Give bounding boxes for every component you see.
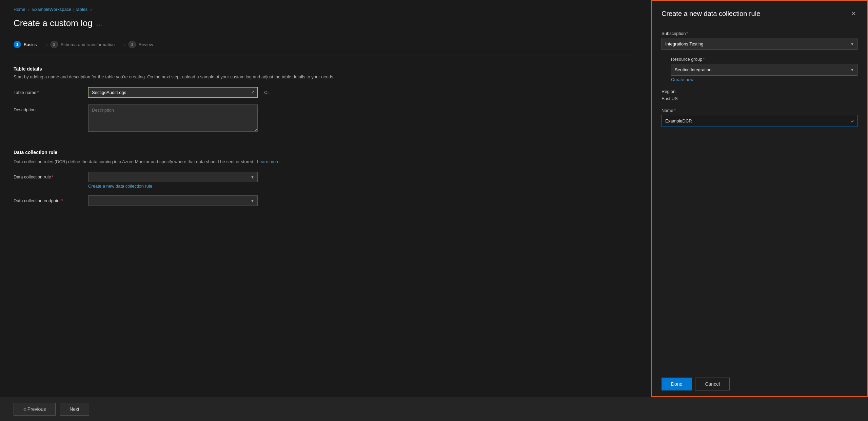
dcr-select[interactable] xyxy=(88,172,258,182)
step-2[interactable]: 2 Schema and transformation xyxy=(51,39,122,50)
create-new-rg-link[interactable]: Create new xyxy=(671,77,693,82)
dcr-name-check-icon: ✓ xyxy=(851,118,855,124)
subscription-label: Subscription* xyxy=(662,31,857,36)
dcr-name-input[interactable] xyxy=(662,115,857,127)
dcr-name-input-wrap: ✓ xyxy=(662,115,857,127)
flyout-close-button[interactable]: ✕ xyxy=(850,8,857,19)
breadcrumb: Home › ExampleWorkspace | Tables › xyxy=(14,7,637,12)
table-name-input[interactable] xyxy=(88,87,258,98)
table-name-control: ✓ _CL xyxy=(88,87,258,98)
next-button[interactable]: Next xyxy=(60,403,89,416)
dcr-control: ▼ Create a new data collection rule xyxy=(88,172,258,189)
flyout-panel: Create a new data collection rule ✕ Subs… xyxy=(651,0,868,397)
subscription-field: Subscription* Integrations Testing ▼ xyxy=(662,31,857,50)
dcr-section-title: Data collection rule xyxy=(14,150,637,155)
step-2-label: Schema and transformation xyxy=(61,42,115,47)
table-name-suffix: _CL xyxy=(262,90,270,95)
previous-button[interactable]: « Previous xyxy=(14,403,56,416)
endpoint-select-wrap: ▼ xyxy=(88,195,258,206)
region-label: Region xyxy=(662,89,857,94)
table-name-check-icon: ✓ xyxy=(251,90,255,95)
region-value: East US xyxy=(662,96,857,101)
endpoint-select[interactable] xyxy=(88,195,258,206)
flyout-title: Create a new data collection rule xyxy=(662,10,760,18)
endpoint-label: Data collection endpoint* xyxy=(14,195,81,203)
steps-bar: 1 Basics › 2 Schema and transformation ›… xyxy=(14,39,637,56)
resource-group-select-wrap: SentinelIntegration ▼ xyxy=(671,64,857,76)
breadcrumb-workspace[interactable]: ExampleWorkspace | Tables xyxy=(32,7,87,12)
table-name-row: Table name* ✓ _CL xyxy=(14,87,637,98)
table-name-required: * xyxy=(37,90,39,95)
table-details-desc: Start by adding a name and description f… xyxy=(14,74,637,80)
page-title-row: Create a custom log ... xyxy=(14,18,637,28)
description-control xyxy=(88,104,258,133)
page-footer: « Previous Next xyxy=(0,397,868,421)
step-3[interactable]: 3 Review xyxy=(129,39,160,50)
step-3-label: Review xyxy=(139,42,153,47)
subscription-select-wrap: Integrations Testing ▼ xyxy=(662,38,857,50)
dcr-select-wrap: ▼ xyxy=(88,172,258,182)
breadcrumb-sep1: › xyxy=(28,7,29,12)
resource-group-field: Resource group* SentinelIntegration ▼ Cr… xyxy=(671,57,857,82)
region-field: Region East US xyxy=(662,89,857,101)
resource-group-select[interactable]: SentinelIntegration xyxy=(671,64,857,76)
flyout-body: Subscription* Integrations Testing ▼ Res… xyxy=(652,24,867,372)
step-sep-2: › xyxy=(124,42,125,47)
page-options-dots[interactable]: ... xyxy=(97,19,102,27)
description-label: Description xyxy=(14,104,81,112)
endpoint-control: ▼ xyxy=(88,195,258,206)
dcr-section: Data collection rule Data collection rul… xyxy=(14,150,637,213)
dcr-row: Data collection rule* ▼ Create a new dat… xyxy=(14,172,637,189)
step-1-label: Basics xyxy=(24,42,37,47)
table-details-section: Table details Start by adding a name and… xyxy=(14,66,637,139)
dcr-label: Data collection rule* xyxy=(14,172,81,179)
step-1[interactable]: 1 Basics xyxy=(14,39,43,50)
step-3-circle: 3 xyxy=(129,41,136,48)
app-container: Home › ExampleWorkspace | Tables › Creat… xyxy=(0,0,868,397)
breadcrumb-sep2: › xyxy=(90,7,92,12)
dcr-required: * xyxy=(52,174,54,179)
breadcrumb-home[interactable]: Home xyxy=(14,7,25,12)
create-dcr-link[interactable]: Create a new data collection rule xyxy=(88,184,152,189)
description-textarea[interactable] xyxy=(88,104,258,132)
flyout-done-button[interactable]: Done xyxy=(662,378,692,390)
dcr-name-label: Name* xyxy=(662,108,857,113)
flyout-header: Create a new data collection rule ✕ xyxy=(652,1,867,24)
endpoint-required: * xyxy=(61,198,63,203)
description-row: Description xyxy=(14,104,637,133)
table-name-label: Table name* xyxy=(14,87,81,95)
page-title: Create a custom log xyxy=(14,18,93,28)
flyout-footer: Done Cancel xyxy=(652,372,867,396)
step-2-circle: 2 xyxy=(51,41,58,48)
left-panel: Home › ExampleWorkspace | Tables › Creat… xyxy=(0,0,651,397)
dcr-name-field: Name* ✓ xyxy=(662,108,857,127)
learn-more-link[interactable]: Learn more xyxy=(257,158,279,165)
dcr-section-desc: Data collection rules (DCR) define the d… xyxy=(14,157,637,165)
endpoint-row: Data collection endpoint* ▼ xyxy=(14,195,637,206)
flyout-cancel-button[interactable]: Cancel xyxy=(695,378,730,390)
step-sep-1: › xyxy=(46,42,47,47)
step-1-circle: 1 xyxy=(14,41,21,48)
subscription-select[interactable]: Integrations Testing xyxy=(662,38,857,50)
resource-group-label: Resource group* xyxy=(671,57,857,62)
table-details-title: Table details xyxy=(14,66,637,72)
